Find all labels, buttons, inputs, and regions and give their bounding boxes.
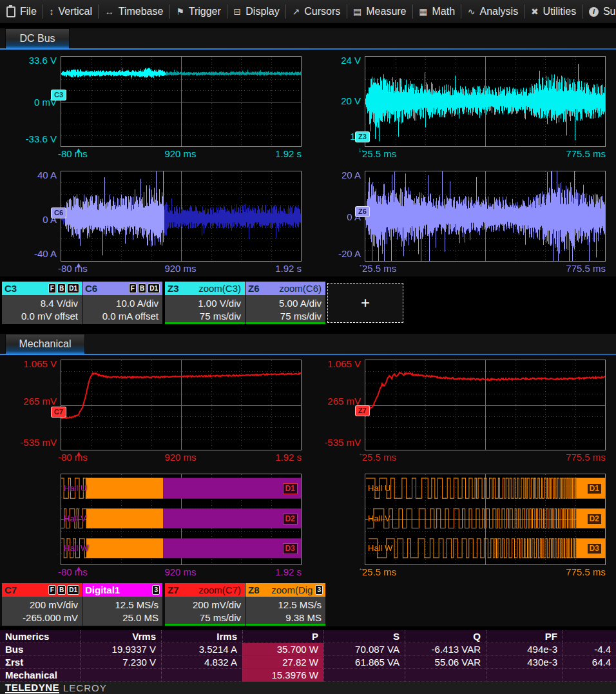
channel-descriptor-z6[interactable]: Z6zoom(C6)5.00 A/div75 ms/div — [245, 282, 325, 324]
numerics-value — [323, 669, 405, 682]
numerics-value: 27.82 W — [242, 656, 323, 669]
descriptor-badge: F — [129, 284, 137, 293]
trigger-position-marker: ▲ — [75, 146, 82, 153]
channel-indicator-c6[interactable]: C6 — [51, 207, 66, 218]
channel-descriptor-digital1[interactable]: Digital1312.5 MS/s25.0 MS — [82, 583, 162, 626]
mechanical-speed-zoom-grid-x-label: 775.5 ms — [566, 452, 606, 463]
channel-descriptor-z7[interactable]: Z7zoom(C7)200 mV/div75 ms/div — [165, 583, 245, 626]
menu-separator — [227, 5, 227, 19]
mechanical-speed-grid-y-label: 265 mV — [0, 396, 57, 407]
channel-descriptor-c6[interactable]: C6FBD110.0 A/div0.0 mA offset — [82, 282, 162, 324]
numerics-value: 3.5214 A — [161, 643, 242, 656]
menu-separator — [169, 5, 170, 19]
dc-bus-voltage-grid-y-label: 33.6 V — [0, 55, 57, 66]
descriptor-scale: 5.00 A/div — [249, 297, 322, 310]
menu-item-timebase[interactable]: ↔Timebase — [105, 6, 164, 17]
channel-descriptor-c7[interactable]: C7FBD1200 mV/div-265.000 mV — [2, 583, 82, 626]
vertical-arrows-icon: ↕ — [50, 7, 54, 16]
numerics-value: 55.06 VAR — [405, 656, 486, 669]
mechanical-speed-zoom-grid-x-label: 25.5 ms — [362, 452, 396, 463]
flag-icon: ⚑ — [176, 7, 184, 16]
descriptor-scale: 200 mV/div — [6, 599, 78, 612]
dc-bus-voltage-zoom-grid-plot[interactable] — [365, 56, 606, 147]
menu-item-label: Display — [245, 6, 279, 17]
digital-line-label-hall-u: Hall U — [64, 483, 86, 493]
hall-digital-grid-plot[interactable]: Hall UD1Hall VD2Hall WD3 — [61, 474, 302, 565]
dc-bus-voltage-grid-plot[interactable] — [61, 56, 302, 147]
hall-digital-grid-x-label: 920 ms — [164, 566, 196, 577]
numerics-row-label: Mechanical — [0, 669, 80, 682]
zoom-position-marker: ← — [358, 449, 364, 457]
mechanical-speed-grid-x-axis: -80 ms920 ms1.92 s▲ — [61, 452, 300, 463]
menu-bar: File↕Vertical↔Timebase⚑Trigger⊟Display↗C… — [0, 0, 616, 23]
digital-line-label-hall-v: Hall V — [368, 514, 390, 523]
dc-bus-tab-row: DC Bus — [0, 28, 616, 50]
descriptor-offset: 75 ms/div — [249, 310, 322, 323]
descriptor-badge: D1 — [148, 284, 160, 293]
menu-item-support[interactable]: Support — [589, 6, 616, 17]
menu-item-measure[interactable]: ▤Measure — [353, 6, 406, 17]
menu-item-analysis[interactable]: ∿Analysis — [468, 6, 518, 17]
channel-descriptor-c3[interactable]: C3FBD18.4 V/div0.0 mV offset — [2, 282, 82, 324]
descriptor-title: Z3 — [168, 283, 179, 294]
menu-item-label: Timebase — [119, 6, 164, 17]
dc-bus-current-grid-y-label: -40 A — [0, 248, 57, 259]
menu-item-vertical[interactable]: ↕Vertical — [50, 6, 92, 17]
dc-bus-voltage-grid-x-axis: -80 ms920 ms1.92 s▲ — [61, 148, 300, 160]
mechanical-speed-grid-plot[interactable] — [61, 360, 302, 450]
tab-mechanical[interactable]: Mechanical — [5, 334, 85, 354]
plus-icon: + — [361, 294, 370, 312]
mechanical-speed-grid-x-label: 1.92 s — [275, 452, 302, 463]
descriptor-source: zoom(Dig — [271, 584, 313, 595]
numerics-value — [563, 669, 616, 682]
descriptor-title: Z6 — [248, 283, 260, 294]
waveform-icon: ∿ — [468, 7, 476, 16]
channel-indicator-c7[interactable]: C7 — [51, 407, 66, 418]
descriptor-badge: 3 — [315, 585, 323, 595]
channel-indicator-c3[interactable]: C3 — [51, 90, 66, 101]
add-trace-button[interactable]: + — [327, 283, 403, 323]
numerics-column-header: PF — [486, 630, 563, 643]
descriptor-scale: 12.5 MS/s — [86, 599, 159, 612]
mechanical-speed-grid-x-label: 920 ms — [164, 452, 196, 463]
digital-line-label-hall-w: Hall W — [64, 543, 88, 553]
menu-item-cursors[interactable]: ↗Cursors — [293, 6, 341, 17]
info-icon — [589, 7, 599, 17]
menu-item-utilities[interactable]: ✖Utilities — [531, 6, 576, 17]
channel-descriptor-z8[interactable]: Z8zoom(Dig312.5 MS/s9.38 MS — [245, 583, 325, 626]
menu-item-file[interactable]: File — [6, 6, 37, 17]
dc-bus-current-grid-y-label: 0 A — [0, 214, 57, 225]
zoom-position-marker: ← — [358, 564, 364, 572]
display-icon: ⊟ — [234, 7, 242, 16]
digital-channel-badge: D1 — [587, 483, 602, 494]
numerics-value: 70.087 VA — [323, 643, 405, 656]
descriptor-badge: 3 — [152, 585, 160, 595]
mechanical-tab-row: Mechanical — [0, 334, 616, 355]
descriptor-scale: 200 mV/div — [169, 599, 241, 612]
channel-indicator-z6[interactable]: Z6 — [355, 206, 370, 217]
numerics-column-header — [563, 630, 616, 643]
mechanical-speed-zoom-grid-plot[interactable] — [365, 360, 606, 450]
descriptor-offset: 25.0 MS — [86, 612, 159, 624]
dc-bus-descriptor-row: C3FBD18.4 V/div0.0 mV offsetC6FBD110.0 A… — [0, 282, 616, 324]
tab-dc-bus[interactable]: DC Bus — [5, 28, 70, 48]
trigger-position-marker: ▲ — [75, 564, 82, 572]
hall-digital-grid-x-axis: -80 ms920 ms1.92 s▲ — [61, 566, 300, 578]
descriptor-offset: -265.000 mV — [6, 612, 78, 624]
descriptor-offset: 75 ms/div — [169, 310, 241, 323]
menu-separator — [582, 5, 583, 19]
channel-indicator-z3[interactable]: Z3 — [355, 131, 370, 142]
dc-bus-current-grid-plot[interactable] — [61, 171, 302, 262]
menu-item-math[interactable]: ▦Math — [419, 6, 455, 17]
channel-descriptor-z3[interactable]: Z3zoom(C3)1.00 V/div75 ms/div — [165, 282, 245, 324]
dc-bus-current-zoom-grid-plot[interactable] — [365, 171, 606, 262]
descriptor-source: zoom(C6) — [279, 283, 322, 294]
hall-digital-zoom-grid-plot[interactable]: Hall UD1Hall VD2Hall WD3 — [365, 474, 606, 565]
numerics-header-row: NumericsVrmsIrmsPSQPF — [0, 630, 616, 643]
menu-item-trigger[interactable]: ⚑Trigger — [176, 6, 221, 17]
tab-mechanical-label: Mechanical — [19, 338, 72, 350]
menu-item-label: File — [20, 6, 37, 17]
descriptor-badge: B — [57, 284, 66, 293]
menu-item-display[interactable]: ⊟Display — [234, 6, 280, 17]
channel-indicator-z7[interactable]: Z7 — [355, 405, 370, 416]
